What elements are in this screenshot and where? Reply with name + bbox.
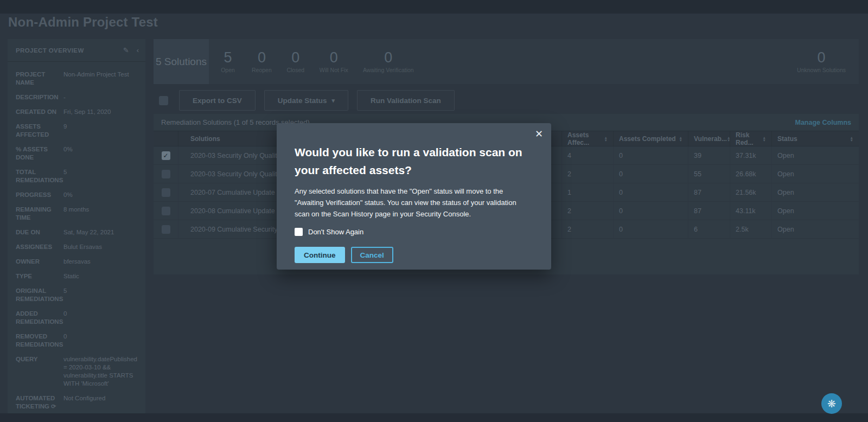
cancel-button[interactable]: Cancel bbox=[351, 247, 393, 263]
dont-show-again-checkbox[interactable] bbox=[295, 228, 303, 236]
dialog-body-text: Any selected solutions that have the "Op… bbox=[295, 186, 532, 220]
continue-button[interactable]: Continue bbox=[295, 247, 345, 263]
dont-show-again-row: Don't Show Again bbox=[295, 228, 533, 236]
dialog-actions: Continue Cancel bbox=[295, 247, 533, 263]
help-widget-button[interactable]: ❋ bbox=[821, 393, 842, 414]
close-icon[interactable]: ✕ bbox=[535, 128, 543, 140]
validation-scan-dialog: ✕ Would you like to run a validation sca… bbox=[277, 123, 551, 270]
snowflake-icon: ❋ bbox=[827, 398, 836, 410]
dialog-title: Would you like to run a validation scan … bbox=[295, 143, 539, 179]
dont-show-again-label: Don't Show Again bbox=[308, 228, 363, 236]
